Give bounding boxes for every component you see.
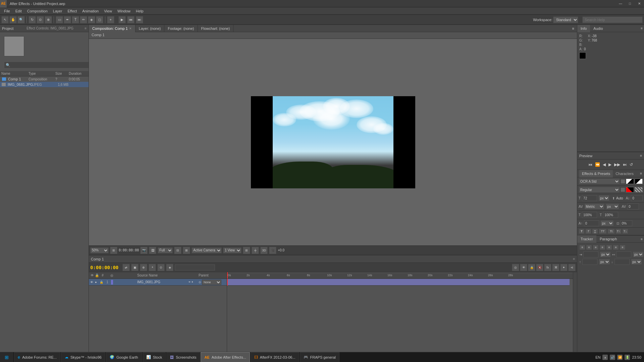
prev-back-btn[interactable]: ◀	[602, 162, 606, 168]
tracking-method-select[interactable]: Metric	[584, 203, 604, 209]
color-chip-2[interactable]	[635, 179, 643, 184]
tool-pen[interactable]: ✒	[64, 16, 71, 23]
view-select[interactable]: 1 View	[223, 247, 241, 253]
viewer-area[interactable]	[89, 39, 577, 245]
layer-solo-btn[interactable]: ●	[95, 281, 99, 284]
prev-loop-btn[interactable]: ↺	[629, 162, 634, 168]
indent-right-input[interactable]	[616, 251, 631, 257]
tool-stamp[interactable]: ◈	[88, 16, 95, 23]
tab-audio[interactable]: Audio	[590, 25, 606, 32]
space-after-input[interactable]	[614, 259, 630, 265]
color-chip-3[interactable]	[626, 187, 634, 192]
work-area-bar[interactable]	[227, 272, 573, 274]
close-button[interactable]: ✕	[635, 0, 644, 7]
parent-picker-icon[interactable]: ⊙	[199, 281, 201, 284]
zoom-select[interactable]: 50%	[90, 247, 109, 253]
workspace-select[interactable]: Standard	[553, 16, 578, 23]
tl-adjust-btn[interactable]: ✦	[560, 264, 568, 271]
space-before-unit[interactable]: px	[599, 259, 610, 265]
camera-select[interactable]: Active Camera	[192, 247, 222, 253]
tl-vis-btn[interactable]: 👁	[520, 264, 527, 271]
tab-flowchart[interactable]: Flowchart: (none)	[198, 25, 234, 32]
project-search-input[interactable]	[4, 62, 89, 68]
scale-v-input[interactable]	[603, 212, 618, 218]
menu-composition[interactable]: Composition	[24, 8, 50, 14]
space-after-unit[interactable]: px	[631, 259, 642, 265]
timeline-current-time[interactable]: 0:00:00:00	[90, 265, 118, 270]
col-duration-header[interactable]: Duration	[69, 72, 87, 75]
tool-text[interactable]: T	[72, 16, 79, 23]
col-name-header[interactable]: Name	[1, 72, 29, 75]
preview-menu-btn[interactable]: ≡	[640, 154, 642, 158]
tab-info[interactable]: Info	[577, 25, 590, 32]
kerning-input[interactable]	[631, 195, 643, 201]
info-panel-menu[interactable]: ≡	[641, 26, 644, 30]
snapshot-btn[interactable]: 📷	[140, 247, 148, 254]
camera-3d-btn[interactable]: 🎥	[269, 247, 276, 254]
justify-btn[interactable]: ≡	[599, 245, 605, 250]
bold-btn[interactable]: T	[579, 229, 585, 234]
taskbar-item-ie[interactable]: e Adobe Forums: RE...	[14, 352, 60, 362]
panel-menu-btn[interactable]: ≡	[85, 26, 87, 30]
timeline-tool5[interactable]: ⊙	[157, 264, 165, 271]
channels-btn[interactable]: ⊟	[174, 247, 181, 254]
grid-btn[interactable]: ⊞	[243, 247, 250, 254]
menu-window[interactable]: Window	[115, 8, 133, 14]
taskbar-item-google-earth[interactable]: 🌍 Google Earth	[106, 352, 142, 362]
taskbar-item-screenshots[interactable]: 🖼 Screenshots	[166, 352, 200, 362]
guide-btn[interactable]: ╪	[252, 247, 259, 254]
tl-fx-btn[interactable]: fx	[544, 264, 551, 271]
parent-select[interactable]: None	[202, 280, 221, 285]
timeline-tool3[interactable]: ⊕	[140, 264, 147, 271]
menu-view[interactable]: View	[101, 8, 115, 14]
step-fwd[interactable]: ⏭	[136, 16, 143, 23]
align-right-btn[interactable]: ≡	[593, 245, 599, 250]
baseline-shift-input[interactable]	[584, 220, 599, 226]
tab-close-btn[interactable]: ✕	[129, 27, 132, 30]
table-row[interactable]	[227, 279, 570, 286]
prev-prev-btn[interactable]: ⏪	[594, 162, 601, 168]
tl-motion-btn[interactable]: ⌘	[552, 264, 559, 271]
layer-lock-btn[interactable]: 🔒	[100, 281, 104, 284]
start-button[interactable]: ⊞	[0, 352, 13, 362]
taskbar-item-fraps[interactable]: 🎮 FRAPS general	[300, 352, 339, 362]
menu-layer[interactable]: Layer	[50, 8, 65, 14]
tab-characters[interactable]: Characters	[613, 170, 636, 177]
tool-eraser[interactable]: ◻	[96, 16, 103, 23]
tool-zoom[interactable]: 🔍	[17, 16, 25, 23]
timeline-menu-btn[interactable]: ≡	[573, 257, 575, 261]
minimize-button[interactable]: —	[616, 0, 625, 7]
timeline-tracks-area[interactable]: 0s 2s 4s 6s 8s 10s 12s 14s 16s 18s 20s 2…	[227, 272, 573, 355]
menu-animation[interactable]: Animation	[79, 8, 101, 14]
all-caps-btn[interactable]: TT	[599, 229, 607, 234]
switch-star[interactable]: ✦	[191, 281, 194, 284]
timeline-tool4[interactable]: ⌖	[149, 264, 156, 271]
space-before-input[interactable]	[582, 259, 597, 265]
col-size-header[interactable]: Size	[55, 72, 69, 75]
step-back[interactable]: ⏮	[127, 16, 135, 23]
font-name-select[interactable]: OCR A Std	[579, 178, 620, 184]
tab-paragraph[interactable]: Paragraph	[596, 235, 620, 243]
indent-left-input[interactable]	[583, 251, 598, 257]
font-faux-bold[interactable]	[621, 179, 625, 184]
tool-select[interactable]: ↖	[1, 16, 9, 23]
align-left-btn[interactable]: ≡	[579, 245, 585, 250]
tl-mute-btn[interactable]: 🔇	[536, 264, 543, 271]
underline-btn[interactable]: T	[592, 229, 598, 234]
font-style-select[interactable]: Regular	[579, 187, 620, 193]
color-chip-4[interactable]	[635, 187, 643, 192]
tl-parent-btn[interactable]: ⊲	[568, 264, 576, 271]
tool-hand[interactable]: ✋	[9, 16, 17, 23]
tab-composition[interactable]: Composition: Comp 1 ✕	[89, 25, 136, 32]
timeline-playhead[interactable]	[227, 272, 228, 279]
switch-pen[interactable]: ✒	[189, 281, 191, 284]
prev-last-btn[interactable]: ⏭	[622, 162, 628, 168]
show-snapshot-btn[interactable]: 🖼	[149, 247, 156, 254]
menu-help[interactable]: Help	[133, 8, 146, 14]
menu-file[interactable]: File	[1, 8, 13, 14]
font-size-input[interactable]	[582, 195, 597, 201]
taskbar-item-stock[interactable]: 📊 Stock	[143, 352, 166, 362]
panel-menu-viewer[interactable]: ≡	[572, 26, 577, 31]
region-select-btn[interactable]: ⊞	[110, 247, 117, 254]
menu-edit[interactable]: Edit	[13, 8, 24, 14]
